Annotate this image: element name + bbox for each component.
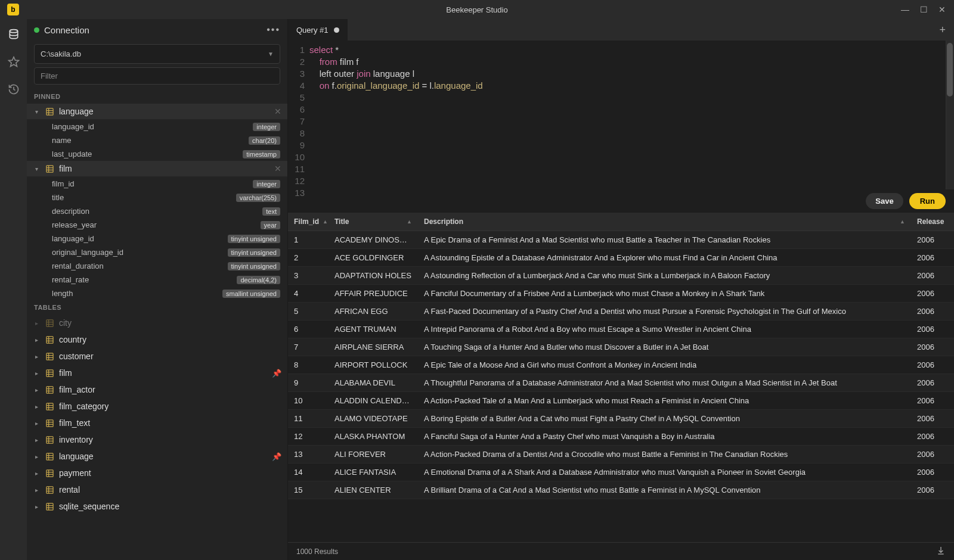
column-row[interactable]: language_idinteger [27,120,287,133]
table-icon [46,486,54,494]
tab-label: Query #1 [296,26,328,35]
column-name: film_id [52,179,253,188]
download-icon[interactable] [936,546,946,557]
cell-title: ADAPTATION HOLES [329,267,418,284]
result-row[interactable]: 3ADAPTATION HOLESA Astounding Reflection… [288,267,954,285]
table-row[interactable]: ▸film_actor [27,381,287,398]
table-row[interactable]: ▸sqlite_sequence [27,498,287,515]
activity-bar [0,19,27,560]
pin-icon[interactable]: 📌 [272,369,281,378]
cell-film-id: 6 [288,321,329,338]
cell-film-id: 9 [288,374,329,391]
column-row[interactable]: language_idtinyint unsigned [27,232,287,245]
table-row[interactable]: ▸city [27,315,287,331]
unpin-icon[interactable]: ✕ [274,107,281,116]
table-name: film_text [59,418,281,428]
activity-history-icon[interactable] [7,82,21,97]
result-row[interactable]: 11ALAMO VIDEOTAPEA Boring Epistle of a B… [288,410,954,428]
result-row[interactable]: 5AFRICAN EGGA Fast-Paced Documentary of … [288,303,954,321]
tabs-row: Query #1 + [288,19,954,41]
connection-select[interactable]: C:\sakila.db ▼ [34,44,280,64]
column-row[interactable]: lengthsmallint unsigned [27,287,287,300]
column-name: length [52,289,222,298]
cell-title: ALABAMA DEVIL [329,374,418,391]
cell-title: ALADDIN CALENDAR [329,392,418,409]
result-row[interactable]: 1ACADEMY DINOSAURA Epic Drama of a Femin… [288,231,954,249]
table-row[interactable]: ▸rental [27,481,287,498]
editor-scrollbar[interactable] [946,41,954,189]
column-type: tinyint unsigned [228,248,280,257]
table-row[interactable]: ▸payment [27,465,287,481]
sql-editor[interactable]: 12345678910111213 select * from film f l… [288,41,954,189]
cell-description: A Fanciful Saga of a Hunter And a Pastry… [418,428,911,445]
cell-film-id: 3 [288,267,329,284]
sidebar-header: Connection ••• [27,19,287,41]
result-row[interactable]: 8AIRPORT POLLOCKA Epic Tale of a Moose A… [288,356,954,374]
column-name: language_id [52,122,253,131]
svg-rect-37 [47,436,53,443]
table-name: customer [59,351,281,361]
table-name: film_actor [59,385,281,394]
table-icon [46,336,54,344]
table-row[interactable]: ▸language📌 [27,448,287,465]
column-row[interactable]: descriptiontext [27,204,287,218]
result-row[interactable]: 13ALI FOREVERA Action-Packed Drama of a … [288,446,954,463]
window-close-icon[interactable]: ✕ [938,5,946,14]
table-row[interactable]: ▸country [27,331,287,348]
cell-film-id: 2 [288,249,329,266]
cell-title: ACADEMY DINOSAUR [329,231,418,248]
table-icon [46,353,54,360]
table-row[interactable]: ▸customer [27,348,287,365]
column-row[interactable]: original_language_idtinyint unsigned [27,245,287,259]
cell-release-year: 2006 [911,428,954,445]
new-tab-button[interactable]: + [931,19,954,41]
column-row[interactable]: last_updatetimestamp [27,147,287,161]
column-row[interactable]: release_yearyear [27,218,287,232]
cell-title: AFRICAN EGG [329,303,418,320]
run-button[interactable]: Run [909,193,946,209]
save-button[interactable]: Save [866,193,903,209]
chevron-right-icon: ▸ [35,487,42,493]
result-row[interactable]: 12ALASKA PHANTOMA Fanciful Saga of a Hun… [288,428,954,446]
column-row[interactable]: namechar(20) [27,133,287,147]
column-row[interactable]: film_idinteger [27,177,287,191]
column-row[interactable]: rental_ratedecimal(4,2) [27,273,287,287]
table-row[interactable]: ▸film📌 [27,365,287,381]
unpin-icon[interactable]: ✕ [274,164,281,173]
activity-favorites-icon[interactable] [7,55,21,69]
chevron-right-icon: ▸ [35,503,42,510]
result-row[interactable]: 10ALADDIN CALENDARA Action-Packed Tale o… [288,392,954,410]
column-header-film-id[interactable]: Film_id▲ [288,213,329,231]
chevron-right-icon: ▸ [35,387,42,393]
window-minimize-icon[interactable]: ― [901,5,909,14]
sidebar-menu-icon[interactable]: ••• [267,24,280,35]
chevron-down-icon: ▾ [35,108,42,115]
svg-rect-21 [47,369,53,376]
column-row[interactable]: rental_durationtinyint unsigned [27,259,287,273]
result-row[interactable]: 6AGENT TRUMANA Intrepid Panorama of a Ro… [288,321,954,338]
table-row[interactable]: ▸inventory [27,431,287,448]
cell-release-year: 2006 [911,392,954,409]
column-header-title[interactable]: Title▲ [329,213,418,231]
table-row[interactable]: ▸film_text [27,415,287,431]
result-row[interactable]: 4AFFAIR PREJUDICEA Fanciful Documentary … [288,285,954,303]
cell-release-year: 2006 [911,356,954,374]
table-row[interactable]: ▸film_category [27,398,287,415]
pinned-table-row[interactable]: ▾language✕ [27,104,287,120]
result-row[interactable]: 15ALIEN CENTERA Brilliant Drama of a Cat… [288,481,954,499]
code-content[interactable]: select * from film f left outer join lan… [309,44,954,189]
filter-input[interactable]: Filter [34,67,280,85]
activity-database-icon[interactable] [7,27,21,42]
pin-icon[interactable]: 📌 [272,452,281,461]
pinned-table-row[interactable]: ▾film✕ [27,161,287,177]
column-type: decimal(4,2) [237,276,280,284]
result-row[interactable]: 9ALABAMA DEVILA Thoughtful Panorama of a… [288,374,954,392]
column-header-release[interactable]: Release [911,213,954,231]
window-maximize-icon[interactable]: ☐ [920,5,928,14]
column-header-description[interactable]: Description▲ [418,213,911,231]
query-tab[interactable]: Query #1 [288,19,348,41]
column-row[interactable]: titlevarchar(255) [27,191,287,204]
result-row[interactable]: 7AIRPLANE SIERRAA Touching Saga of a Hun… [288,338,954,356]
result-row[interactable]: 14ALICE FANTASIAA Emotional Drama of a A… [288,463,954,481]
result-row[interactable]: 2ACE GOLDFINGERA Astounding Epistle of a… [288,249,954,267]
